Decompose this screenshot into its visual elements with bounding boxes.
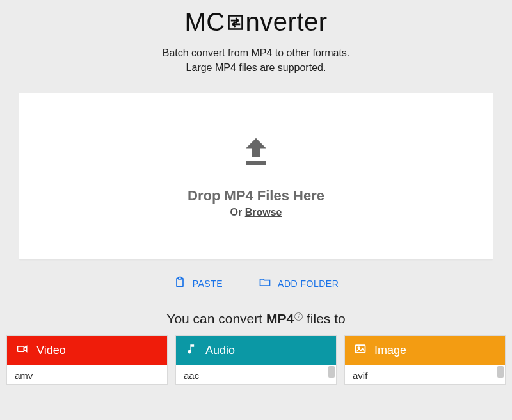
clipboard-icon (173, 276, 186, 291)
logo-suffix: nverter (246, 8, 328, 36)
svg-rect-4 (18, 346, 24, 351)
subtitle-line-2: Large MP4 files are supported. (0, 60, 512, 75)
list-item[interactable]: avif (353, 370, 367, 381)
dropzone-or: Or (230, 207, 245, 218)
add-folder-label: ADD FOLDER (278, 279, 339, 289)
dropzone-subtitle: Or Browse (230, 207, 282, 218)
audio-card-header: Audio (176, 336, 336, 365)
subtitle-line-1: Batch convert from MP4 to other formats. (0, 45, 512, 60)
image-card-header: Image (345, 336, 505, 365)
list-item[interactable]: amv (15, 370, 33, 381)
convert-heading-format: MP4 (266, 311, 294, 326)
page-subtitle: Batch convert from MP4 to other formats.… (0, 45, 512, 75)
video-formats-list[interactable]: amv (7, 365, 167, 384)
logo-prefix: MC (184, 8, 225, 36)
image-formats-card: Image avif (344, 335, 506, 385)
list-item[interactable]: aac (184, 370, 199, 381)
file-dropzone[interactable]: Drop MP4 Files Here Or Browse (19, 93, 493, 259)
image-formats-list[interactable]: avif (345, 365, 505, 384)
video-camera-icon (16, 343, 29, 359)
add-folder-button[interactable]: ADD FOLDER (253, 272, 344, 295)
image-card-title: Image (374, 344, 406, 357)
convert-arrows-icon (227, 13, 244, 31)
audio-formats-list[interactable]: aac (176, 365, 336, 384)
image-icon (354, 343, 367, 359)
folder-icon (259, 276, 271, 291)
paste-label: PASTE (193, 279, 223, 289)
upload-icon (239, 134, 273, 168)
video-card-title: Video (36, 344, 66, 357)
video-card-header: Video (7, 336, 167, 365)
audio-formats-card: Audio aac (175, 335, 337, 385)
audio-card-title: Audio (205, 344, 235, 357)
convert-heading: You can convert MP4i files to (0, 311, 512, 327)
scrollbar-thumb[interactable] (328, 366, 335, 378)
music-note-icon (185, 343, 198, 359)
browse-link[interactable]: Browse (245, 207, 282, 218)
paste-button[interactable]: PASTE (168, 272, 228, 295)
scrollbar-thumb[interactable] (497, 366, 504, 378)
site-logo: MC nverter (184, 8, 327, 36)
svg-rect-3 (178, 277, 181, 279)
dropzone-title: Drop MP4 Files Here (188, 188, 324, 204)
video-formats-card: Video amv (6, 335, 168, 385)
svg-rect-1 (246, 161, 266, 165)
info-icon[interactable]: i (294, 312, 303, 321)
convert-heading-post: files to (303, 311, 346, 326)
convert-heading-pre: You can convert (166, 311, 266, 326)
